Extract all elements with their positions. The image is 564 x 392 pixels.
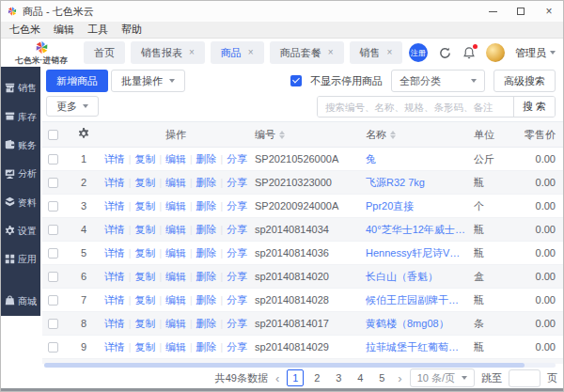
row-action-link[interactable]: 复制 — [134, 270, 155, 284]
row-action-link[interactable]: 分享 — [227, 270, 247, 284]
tab[interactable]: 商品 × — [211, 41, 264, 64]
notification-bell-icon[interactable] — [462, 46, 476, 60]
row-checkbox[interactable] — [48, 201, 58, 212]
row-action-link[interactable]: 编辑 — [165, 340, 186, 354]
row-action-link[interactable]: 分享 — [227, 223, 247, 237]
row-action-link[interactable]: 详情 — [104, 293, 125, 307]
row-action-link[interactable]: 复制 — [134, 293, 155, 307]
row-action-link[interactable]: 复制 — [134, 223, 155, 237]
row-action-link[interactable]: 详情 — [104, 199, 125, 213]
sort-icon[interactable] — [279, 131, 285, 139]
tab[interactable]: 首页 — [84, 41, 125, 64]
sidebar-item-data[interactable]: 资料 — [1, 189, 40, 217]
page-number-button[interactable]: 2 — [308, 369, 325, 386]
tab[interactable]: 销售报表 × — [131, 41, 205, 64]
add-product-button[interactable]: 新增商品 — [46, 70, 108, 92]
row-action-link[interactable]: 删除 — [196, 270, 217, 284]
row-action-link[interactable]: 详情 — [104, 270, 125, 284]
minimize-button[interactable] — [478, 1, 507, 22]
close-icon[interactable]: × — [328, 48, 334, 57]
search-button[interactable]: 搜 索 — [513, 97, 555, 117]
refresh-icon[interactable] — [438, 46, 452, 60]
close-icon[interactable]: × — [387, 48, 393, 57]
page-number-button[interactable]: 4 — [352, 369, 368, 386]
category-select[interactable]: 全部分类 — [391, 70, 485, 92]
close-button[interactable]: × — [535, 1, 563, 22]
row-action-link[interactable]: 分享 — [227, 152, 247, 166]
avatar[interactable] — [486, 43, 505, 62]
row-action-link[interactable]: 详情 — [104, 317, 125, 331]
batch-actions-button[interactable]: 批量操作 — [111, 70, 185, 92]
search-input[interactable] — [318, 97, 513, 117]
menu-item[interactable]: 工具 — [81, 23, 115, 37]
row-action-link[interactable]: 详情 — [104, 176, 125, 190]
row-checkbox[interactable] — [48, 319, 58, 329]
product-name-link[interactable]: Hennessy轩尼诗VSOP干邑… — [358, 246, 466, 260]
sidebar-item-store[interactable]: 销售 — [1, 74, 40, 102]
row-checkbox[interactable] — [48, 272, 58, 282]
row-action-link[interactable]: 删除 — [196, 176, 217, 190]
product-name-link[interactable]: 拉菲城堡干红葡萄酒2006 — [358, 340, 466, 354]
row-action-link[interactable]: 分享 — [227, 199, 247, 213]
menu-item[interactable]: 帮助 — [115, 23, 149, 37]
row-action-link[interactable]: 删除 — [196, 293, 217, 307]
row-action-link[interactable]: 分享 — [227, 317, 247, 331]
product-name-link[interactable]: Ppr20直接 — [358, 199, 466, 213]
row-action-link[interactable]: 删除 — [196, 340, 217, 354]
row-action-link[interactable]: 复制 — [134, 199, 155, 213]
row-action-link[interactable]: 编辑 — [165, 293, 186, 307]
row-action-link[interactable]: 分享 — [227, 340, 247, 354]
row-action-link[interactable]: 详情 — [104, 152, 125, 166]
menu-item[interactable]: 编辑 — [47, 23, 81, 37]
row-action-link[interactable]: 删除 — [196, 152, 217, 166]
row-checkbox[interactable] — [48, 225, 58, 235]
row-action-link[interactable]: 复制 — [134, 246, 155, 260]
more-button[interactable]: 更多 — [46, 96, 99, 117]
advanced-search-button[interactable]: 高级搜索 — [494, 70, 556, 92]
maximize-button[interactable] — [507, 1, 535, 22]
sidebar-item-apps[interactable]: 应用 — [1, 245, 40, 274]
row-checkbox[interactable] — [48, 295, 58, 306]
row-checkbox[interactable] — [48, 248, 58, 259]
menu-item[interactable]: 七色米 — [3, 23, 47, 37]
row-action-link[interactable]: 编辑 — [165, 317, 186, 331]
row-action-link[interactable]: 分享 — [227, 246, 247, 260]
select-all-checkbox[interactable] — [48, 130, 58, 140]
row-action-link[interactable]: 编辑 — [165, 199, 186, 213]
sidebar-item-gear[interactable]: 设置 — [1, 217, 40, 245]
sidebar-item-wallet[interactable]: 账务 — [1, 132, 40, 160]
product-name-link[interactable]: 候伯王庄园副牌干红葡萄酒 — [358, 293, 466, 307]
product-name-link[interactable]: 飞源R32 7kg — [358, 176, 466, 190]
jump-page-input[interactable] — [509, 369, 540, 387]
prev-page-button[interactable]: ‹ — [274, 371, 280, 385]
page-size-select[interactable]: 10 条/页 — [410, 368, 475, 387]
row-action-link[interactable]: 删除 — [196, 223, 217, 237]
row-checkbox[interactable] — [48, 342, 58, 353]
row-action-link[interactable]: 复制 — [134, 176, 155, 190]
tab[interactable]: 商品套餐 × — [270, 41, 344, 64]
product-name-link[interactable]: 长白山（香魁） — [358, 270, 466, 284]
next-page-button[interactable]: › — [397, 371, 402, 385]
column-header-name[interactable]: 名称 — [358, 128, 466, 142]
close-icon[interactable]: × — [189, 48, 195, 57]
sidebar-item-monitor[interactable]: 分析 — [1, 160, 40, 188]
row-action-link[interactable]: 删除 — [196, 199, 217, 213]
column-header-code[interactable]: 编号 — [247, 128, 358, 142]
row-action-link[interactable]: 编辑 — [165, 176, 186, 190]
row-action-link[interactable]: 详情 — [104, 340, 125, 354]
row-action-link[interactable]: 删除 — [196, 246, 217, 260]
product-name-link[interactable]: 兔 — [358, 152, 466, 166]
column-settings-gear-icon[interactable] — [78, 128, 89, 139]
row-action-link[interactable]: 复制 — [134, 152, 155, 166]
row-action-link[interactable]: 编辑 — [165, 223, 186, 237]
sort-icon[interactable] — [390, 131, 396, 139]
row-checkbox[interactable] — [48, 178, 58, 188]
row-action-link[interactable]: 编辑 — [165, 152, 186, 166]
row-checkbox[interactable] — [48, 154, 58, 165]
row-action-link[interactable]: 分享 — [227, 293, 247, 307]
page-number-button[interactable]: 3 — [330, 369, 347, 386]
row-action-link[interactable]: 编辑 — [165, 246, 186, 260]
hide-disabled-checkbox[interactable] — [290, 75, 302, 86]
row-action-link[interactable]: 复制 — [134, 317, 155, 331]
register-badge[interactable]: 注册 — [409, 43, 428, 62]
